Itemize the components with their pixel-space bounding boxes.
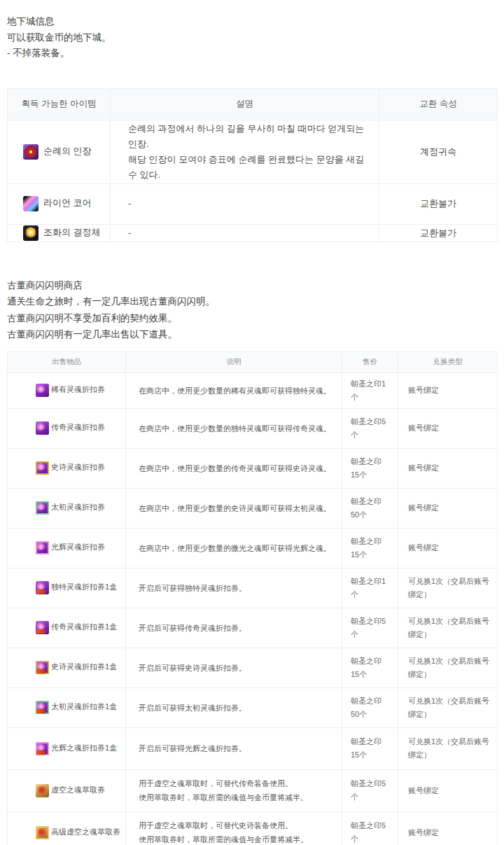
dungeon-info-section: 地下城信息 可以获取金币的地下城。 - 不掉落装备。	[7, 0, 497, 62]
shop-item-exchange-type: 账号绑定	[398, 408, 498, 448]
shop-item-exchange-type: 可兑换1次（交易后账号绑定）	[398, 687, 498, 727]
dungeon-info-line-1: 可以获取金币的地下城。	[7, 30, 497, 46]
box-unique-icon	[36, 581, 49, 594]
shop-info-title: 古董商闪闪明商店	[7, 277, 497, 294]
shop-table-row: 稀有灵魂折扣券 在商店中，使用更少数量的稀有灵魂即可获得独特灵魂。 朝圣之印1 …	[8, 372, 498, 408]
item-table-row: 라이언 코어 - 교환불가	[8, 183, 498, 224]
box-legend-icon	[36, 621, 49, 634]
box-radiant-icon	[36, 742, 49, 755]
shop-item-exchange-type: 可兑换1次（交易后账号绑定）	[398, 648, 498, 687]
dungeon-info-title: 地下城信息	[7, 14, 497, 30]
shop-table-header-price: 售价	[342, 351, 398, 372]
shop-table-row: 传奇灵魂折扣券 在商店中，使用更少数量的独特灵魂即可获得传奇灵魂。 朝圣之印5 …	[8, 408, 498, 448]
ticket-radiant-icon	[36, 541, 49, 554]
shop-item-price: 朝圣之印 15个	[342, 448, 398, 488]
shop-table-row: 史诗灵魂折扣券1盒 开启后可获得史诗灵魂折扣券。 朝圣之印 15个 可兑换1次（…	[8, 648, 498, 687]
shop-table-row: 光辉灵魂折扣券 在商店中，使用更少数量的微光之魂即可获得光辉之魂。 朝圣之印 1…	[8, 528, 498, 568]
shop-item-description: 开启后可获得光辉之魂折扣券。	[126, 727, 342, 769]
shop-item-name: 虚空之魂萃取券	[51, 785, 105, 794]
item-table-header-item: 획득 가능한 아이템	[8, 88, 111, 120]
box-primeval-icon	[36, 701, 49, 714]
item-exchange-attr: 교환불가	[379, 224, 498, 242]
item-description: -	[111, 183, 379, 224]
item-table-header-row: 획득 가능한 아이템 설명 교환 속성	[8, 88, 498, 120]
pilgrim-seal-icon	[23, 144, 38, 160]
shop-table-header-type: 兑换类型	[398, 351, 498, 372]
shop-item-exchange-type: 账号绑定	[398, 448, 498, 488]
shop-table-row: 太初灵魂折扣券1盒 开启后可获得太初灵魂折扣券。 朝圣之印 50个 可兑换1次（…	[8, 687, 498, 727]
shop-item-description: 开启后可获得独特灵魂折扣券。	[126, 568, 342, 608]
ticket-rare-icon	[36, 384, 49, 397]
box-epic-icon	[36, 661, 49, 674]
shop-item-price: 朝圣之印 15个	[342, 528, 398, 568]
shop-table-row: 太初灵魂折扣券 在商店中，使用更少数量的史诗灵魂即可获得太初灵魂。 朝圣之印 5…	[8, 488, 498, 528]
item-name: 조화의 결정체	[43, 227, 101, 237]
shop-item-description: 用于虚空之魂萃取时，可替代传奇装备使用。 使用萃取券时，萃取所需的魂值与金币量将…	[126, 769, 342, 811]
shop-item-name: 光辉之魂折扣券1盒	[51, 743, 117, 752]
harmony-crystal-icon	[23, 225, 38, 241]
shop-item-exchange-type: 账号绑定	[398, 811, 498, 845]
shop-table-row: 光辉之魂折扣券1盒 开启后可获得光辉之魂折扣券。 朝圣之印 15个 可兑换1次（…	[8, 727, 498, 769]
extract-ticket-advanced-icon	[36, 826, 49, 839]
shop-item-name: 太初灵魂折扣券1盒	[51, 702, 117, 711]
lion-core-icon	[23, 196, 38, 211]
shop-item-description: 在商店中，使用更少数量的微光之魂即可获得光辉之魂。	[126, 528, 342, 568]
shop-info-line-2: 古董商闪闪明不享受加百利的契约效果。	[7, 310, 497, 327]
shop-item-price: 朝圣之印 50个	[342, 488, 398, 528]
shop-item-name: 史诗灵魂折扣券	[51, 463, 105, 471]
shop-item-price: 朝圣之印5 个	[342, 769, 398, 811]
shop-item-exchange-type: 账号绑定	[398, 769, 498, 811]
shop-item-name: 史诗灵魂折扣券1盒	[51, 662, 117, 671]
shop-item-price: 朝圣之印 15个	[342, 727, 398, 769]
item-table-row: 조화의 결정체 - 교환불가	[8, 224, 498, 242]
shop-table-row: 史诗灵魂折扣券 在商店中，使用更少数量的传奇灵魂即可获得史诗灵魂。 朝圣之印 1…	[8, 448, 498, 488]
shop-item-name: 光辉灵魂折扣券	[51, 543, 105, 551]
shop-item-price: 朝圣之印5 个	[342, 811, 398, 845]
shop-item-description: 在商店中，使用更少数量的稀有灵魂即可获得独特灵魂。	[126, 372, 342, 408]
shop-table: 出售物品 说明 售价 兑换类型 稀有灵魂折扣券 在商店中，使用更少数量的稀有灵魂…	[7, 351, 498, 845]
ticket-legend-icon	[36, 421, 49, 435]
shop-item-price: 朝圣之印1 个	[342, 568, 398, 608]
shop-item-exchange-type: 可兑换1次（交易后账号绑定）	[398, 727, 498, 769]
shop-table-header-desc: 说明	[126, 351, 342, 372]
shop-table-header-item: 出售物品	[8, 351, 126, 372]
shop-info-line-3: 古董商闪闪明有一定几率出售以下道具。	[7, 326, 497, 343]
page: 地下城信息 可以获取金币的地下城。 - 不掉落装备。 획득 가능한 아이템 설명…	[0, 0, 504, 845]
shop-item-description: 在商店中，使用更少数量的独特灵魂即可获得传奇灵魂。	[126, 408, 342, 448]
shop-item-description: 开启后可获得太初灵魂折扣券。	[126, 687, 342, 727]
shop-item-description: 开启后可获得传奇灵魂折扣券。	[126, 608, 342, 648]
shop-item-description: 在商店中，使用更少数量的史诗灵魂即可获得太初灵魂。	[126, 488, 342, 528]
shop-item-description: 开启后可获得史诗灵魂折扣券。	[126, 648, 342, 687]
shop-item-price: 朝圣之印5 个	[342, 608, 398, 648]
shop-item-price: 朝圣之印1 个	[342, 372, 398, 408]
shop-info-line-1: 通关生命之旅时，有一定几率出现古董商闪闪明。	[7, 293, 497, 310]
shop-item-description: 在商店中，使用更少数量的传奇灵魂即可获得史诗灵魂。	[126, 448, 342, 488]
shop-item-price: 朝圣之印 15个	[342, 648, 398, 687]
ticket-epic-icon	[36, 461, 49, 475]
shop-item-exchange-type: 账号绑定	[398, 372, 498, 408]
item-table-header-desc: 설명	[111, 88, 379, 120]
shop-table-row: 高级虚空之魂萃取券 用于虚空之魂萃取时，可替代史诗装备使用。 使用萃取券时，萃取…	[8, 811, 498, 845]
shop-item-name: 独特灵魂折扣券1盒	[51, 582, 117, 591]
shop-item-name: 高级虚空之魂萃取券	[51, 827, 120, 836]
item-table-row: 순례의 인장 순례의 과정에서 하나의 길을 무사히 마칠 때마다 얻게되는 인…	[8, 120, 498, 183]
shop-item-exchange-type: 可兑换1次（交易后账号绑定）	[398, 568, 498, 608]
shop-item-description: 用于虚空之魂萃取时，可替代史诗装备使用。 使用萃取券时，萃取所需的魂值与金币量将…	[126, 811, 342, 845]
ticket-primeval-icon	[36, 501, 49, 515]
item-exchange-attr: 계정귀속	[379, 120, 498, 183]
shop-table-row: 虚空之魂萃取券 用于虚空之魂萃取时，可替代传奇装备使用。 使用萃取券时，萃取所需…	[8, 769, 498, 811]
item-description: 순례의 과정에서 하나의 길을 무사히 마칠 때마다 얻게되는 인장. 해당 인…	[111, 120, 379, 183]
extract-ticket-icon	[36, 784, 49, 797]
shop-table-row: 传奇灵魂折扣券1盒 开启后可获得传奇灵魂折扣券。 朝圣之印5 个 可兑换1次（交…	[8, 608, 498, 648]
item-table: 획득 가능한 아이템 설명 교환 속성 순례의 인장 순례의 과정에서 하나의 …	[7, 88, 498, 242]
shop-item-name: 太初灵魂折扣券	[51, 503, 105, 511]
shop-item-exchange-type: 账号绑定	[398, 528, 498, 568]
shop-table-header-row: 出售物品 说明 售价 兑换类型	[8, 351, 498, 372]
item-name: 순례의 인장	[43, 146, 92, 156]
shop-item-price: 朝圣之印 50个	[342, 687, 398, 727]
item-description: -	[111, 224, 379, 242]
shop-item-name: 传奇灵魂折扣券	[51, 423, 105, 431]
item-exchange-attr: 교환불가	[379, 183, 498, 224]
dungeon-info-line-2: - 不掉落装备。	[7, 46, 497, 62]
shop-table-row: 独特灵魂折扣券1盒 开启后可获得独特灵魂折扣券。 朝圣之印1 个 可兑换1次（交…	[8, 568, 498, 608]
